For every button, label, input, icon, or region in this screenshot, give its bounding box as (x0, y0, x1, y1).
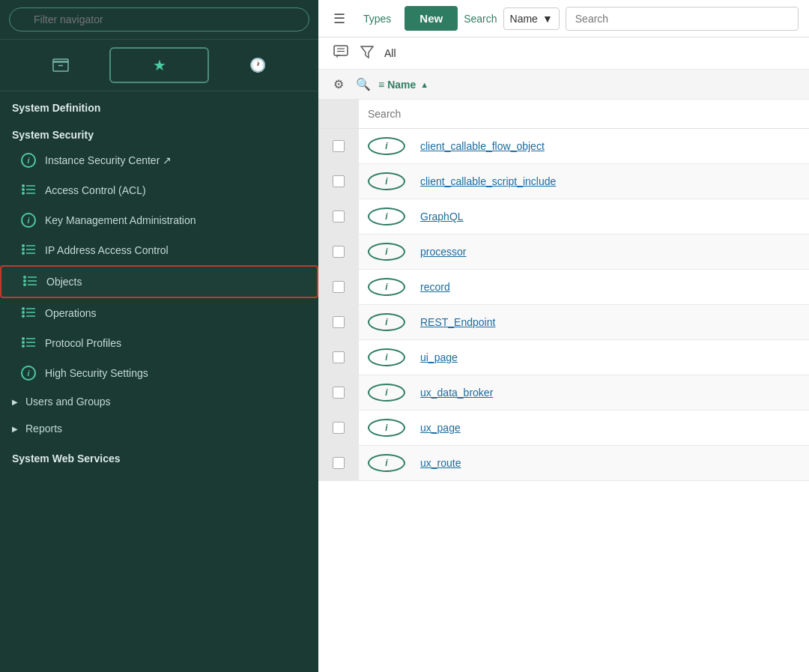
svg-point-17 (23, 279, 26, 282)
tab-archive[interactable] (12, 51, 109, 79)
row-link[interactable]: record (414, 281, 809, 293)
row-checkbox[interactable] (333, 211, 345, 223)
info-icon-high-security: i (21, 366, 36, 381)
expand-icon-reports: ▶ (12, 425, 18, 433)
name-dropdown[interactable]: Name ▼ (503, 7, 560, 30)
sub-toolbar: All (318, 37, 809, 70)
main-toolbar: ☰ Types New Search Name ▼ (318, 0, 809, 37)
row-checkbox-col (318, 446, 359, 480)
row-link[interactable]: client_callable_script_include (414, 175, 809, 187)
row-checkbox[interactable] (333, 316, 345, 328)
name-column-header[interactable]: ≡ Name ▲ (378, 79, 428, 91)
archive-icon (52, 58, 69, 72)
table-row: i record (318, 270, 809, 305)
row-link[interactable]: ux_page (414, 422, 809, 434)
row-info-icon[interactable]: i (368, 419, 405, 437)
row-info-icon[interactable]: i (368, 348, 405, 366)
svg-point-19 (23, 283, 26, 286)
name-search-input[interactable] (359, 100, 809, 128)
sidebar-item-operations[interactable]: Operations (0, 298, 318, 328)
row-link[interactable]: ui_page (414, 351, 809, 363)
row-link[interactable]: ux_route (414, 457, 809, 469)
table-row: i ux_data_broker (318, 375, 809, 411)
row-info-icon[interactable]: i (368, 208, 405, 225)
filter-funnel-icon[interactable] (356, 42, 378, 64)
row-info-icon[interactable]: i (368, 454, 405, 472)
sidebar-item-label-access-control: Access Control (ACL) (45, 184, 146, 196)
tab-star[interactable]: ★ (109, 47, 210, 83)
row-info-icon[interactable]: i (368, 137, 405, 155)
menu-icon[interactable]: ☰ (329, 7, 350, 30)
row-info-icon[interactable]: i (368, 278, 405, 296)
row-checkbox[interactable] (333, 351, 345, 363)
row-checkbox-col (318, 199, 359, 234)
name-dropdown-label: Name (510, 13, 538, 25)
sidebar-item-instance-security[interactable]: i Instance Security Center ↗ (0, 145, 318, 175)
filter-navigator-input[interactable] (9, 7, 309, 31)
all-label: All (381, 44, 399, 62)
row-checkbox-col (318, 305, 359, 339)
column-search-icon[interactable]: 🔍 (351, 74, 375, 94)
row-checkbox-col (318, 129, 359, 163)
row-info-icon[interactable]: i (368, 172, 405, 190)
row-checkbox[interactable] (333, 422, 345, 434)
list-icon-ip-address (21, 243, 36, 258)
table-row: i ux_page (318, 411, 809, 446)
row-checkbox[interactable] (333, 457, 345, 469)
sidebar-group-users-and-groups[interactable]: ▶ Users and Groups (0, 388, 318, 415)
types-button[interactable]: Types (356, 8, 399, 29)
row-checkbox-col (318, 164, 359, 199)
row-link[interactable]: REST_Endpoint (414, 316, 809, 328)
row-info-icon[interactable]: i (368, 243, 405, 261)
sidebar-item-ip-address[interactable]: IP Address Access Control (0, 235, 318, 265)
table-row: i processor (318, 234, 809, 270)
svg-marker-38 (361, 46, 373, 58)
search-checkbox-col (318, 100, 359, 128)
row-link[interactable]: processor (414, 246, 809, 258)
svg-point-29 (22, 337, 25, 340)
name-column-label: Name (387, 79, 416, 91)
sidebar: ⊽ ★ 🕐 System Definition System Security … (0, 0, 318, 672)
row-checkbox[interactable] (333, 387, 345, 399)
row-link[interactable]: client_callable_flow_object (414, 140, 809, 152)
chat-icon[interactable] (329, 42, 353, 64)
settings-icon[interactable]: ⚙ (329, 74, 348, 94)
sidebar-item-label-high-security: High Security Settings (45, 367, 148, 379)
sidebar-item-objects[interactable]: Objects (0, 265, 318, 298)
toolbar-search-input[interactable] (566, 7, 799, 31)
search-label[interactable]: Search (464, 13, 497, 25)
sidebar-group-reports[interactable]: ▶ Reports (0, 415, 318, 442)
row-checkbox[interactable] (333, 246, 345, 258)
search-filter-row (318, 100, 809, 129)
svg-point-31 (22, 341, 25, 344)
sidebar-item-key-management[interactable]: i Key Management Administration (0, 205, 318, 235)
svg-rect-35 (334, 46, 348, 55)
svg-point-23 (22, 307, 25, 310)
sidebar-item-access-control[interactable]: Access Control (ACL) (0, 175, 318, 205)
sidebar-item-label-objects: Objects (46, 276, 82, 288)
row-checkbox[interactable] (333, 175, 345, 187)
row-checkbox-col (318, 270, 359, 304)
sidebar-item-protocol-profiles[interactable]: Protocol Profiles (0, 328, 318, 358)
expand-icon-users-groups: ▶ (12, 398, 18, 406)
row-checkbox-col (318, 234, 359, 269)
filter-input-wrap: ⊽ (9, 7, 309, 31)
new-button[interactable]: New (404, 6, 458, 31)
sidebar-item-label-instance-security: Instance Security Center ↗ (45, 154, 172, 166)
tab-clock[interactable]: 🕐 (209, 49, 306, 81)
sidebar-item-label-key-management: Key Management Administration (45, 214, 196, 226)
row-checkbox[interactable] (333, 140, 345, 152)
row-info-icon[interactable]: i (368, 313, 405, 331)
row-link[interactable]: GraphQL (414, 211, 809, 223)
row-link[interactable]: ux_data_broker (414, 387, 809, 399)
list-icon-operations (21, 306, 36, 321)
list-icon-objects (22, 274, 37, 289)
sidebar-item-high-security[interactable]: i High Security Settings (0, 358, 318, 388)
row-checkbox[interactable] (333, 281, 345, 293)
info-icon-instance: i (21, 153, 36, 168)
row-info-icon[interactable]: i (368, 384, 405, 402)
section-title-system-security: System Security (0, 118, 318, 145)
section-title-system-definition: System Definition (0, 91, 318, 118)
column-header-row: ⚙ 🔍 ≡ Name ▲ (318, 70, 809, 100)
dropdown-chevron-icon: ▼ (542, 13, 553, 25)
